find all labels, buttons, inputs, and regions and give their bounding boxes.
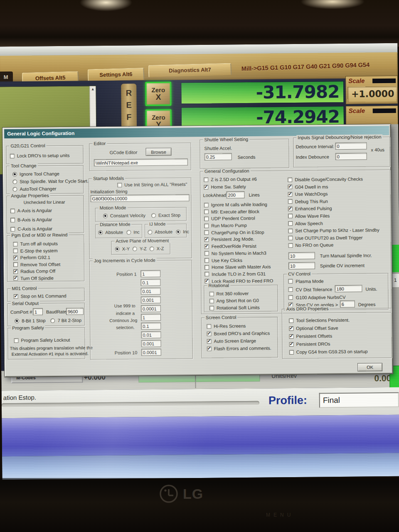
checkbox[interactable] [288,221,293,226]
checkbox[interactable] [204,237,209,242]
checkbox-row[interactable]: Persistent Jog Mode. [204,236,273,242]
radio-row[interactable]: X-Y [115,246,130,251]
checkbox-row[interactable]: Radius Comp Off [13,268,60,274]
radio-row[interactable]: Inc [126,229,140,235]
radio-row[interactable]: Inc [176,229,189,234]
checkbox[interactable] [288,279,293,283]
checkbox-row[interactable]: Persistent DROs [289,340,368,347]
lookahead-input[interactable] [226,191,244,198]
jog-increment-input[interactable] [141,323,161,330]
checkbox-row[interactable]: Stop on M1 Command [14,293,66,299]
checkbox[interactable] [209,291,214,296]
checkbox-row[interactable]: Use WatchDogs [288,190,379,197]
checkbox[interactable] [13,276,18,281]
checkbox[interactable] [14,338,19,342]
checkbox[interactable] [288,236,293,240]
checkbox[interactable] [10,208,15,213]
radio-row[interactable]: Absolute [148,229,172,235]
radio-button[interactable] [12,179,17,184]
checkbox-row[interactable]: Turn Off Spindle [13,275,60,281]
jog-increment-input[interactable] [140,279,160,286]
checkbox[interactable] [289,326,293,331]
checkbox[interactable] [204,258,209,263]
checkbox-row[interactable]: A-Axis is Angular [10,207,52,214]
checkbox[interactable] [117,182,122,187]
radio-row[interactable]: Exact Stop [151,212,180,218]
spindle-incr-input[interactable] [288,252,315,260]
checkbox-row[interactable]: C-Axis is Angular [10,226,52,232]
checkbox-row[interactable]: Home Sw. Safety [204,184,257,190]
checkbox[interactable] [14,294,18,298]
checkbox-row[interactable]: Optional Offset Save [289,325,367,331]
radio-button[interactable] [98,230,103,235]
debounce-interval-input[interactable] [335,142,367,150]
tab-settings[interactable]: Settings Alt6 [88,68,145,81]
checkbox-row[interactable]: Include TLO in Z from G31 [204,271,273,277]
checkbox-row[interactable]: Allow Wave Files [288,212,379,219]
checkbox-row[interactable]: Turn off all outputs [13,241,60,247]
checkbox[interactable] [288,214,293,219]
checkbox[interactable] [204,185,208,189]
radio-row[interactable]: Constant Velocity [103,212,145,219]
checkbox-row[interactable]: Lock DRO's to setup units [10,153,70,159]
checkbox-row[interactable]: M9: Execute after Block [204,208,273,214]
checkbox[interactable] [13,249,18,253]
radio-button[interactable] [51,318,55,323]
checkbox-row[interactable]: No FRO on Queue [288,242,380,249]
scroll-up-icon[interactable]: ▲ [90,86,96,91]
checkbox-row[interactable]: Use Init String on ALL "Resets" [117,181,187,187]
radio-row[interactable]: Y-Z [133,246,147,251]
checkbox-row[interactable]: Hi-Res Screens [207,323,271,329]
checkbox[interactable] [13,269,18,273]
checkbox[interactable] [207,331,211,336]
jog-increment-input[interactable] [140,288,160,295]
radio-row[interactable]: Ignore Tool Change [12,170,89,177]
checkbox-row[interactable]: Copy G54 from G59.253 on startup [289,348,368,355]
checkbox-row[interactable]: Perform G92.1 [13,254,60,261]
checkbox[interactable] [209,305,214,310]
checkbox[interactable] [204,244,209,249]
radio-button[interactable] [148,229,152,234]
checkbox-row[interactable]: Rot 360 rollover [209,291,260,297]
radio-button[interactable] [15,318,19,323]
checkbox[interactable] [204,177,208,182]
checkbox[interactable] [204,202,209,207]
checkbox-row[interactable]: Boxed DRO's and Graphics [207,330,271,337]
checkbox-row[interactable]: B-Axis is Angular [10,217,52,223]
checkbox-row[interactable]: Remove Tool Offset [13,261,60,267]
x-axis-dro[interactable]: -31.7982 [181,81,344,104]
checkbox[interactable] [289,342,294,347]
checkbox-row[interactable]: Ignore M calls while loading [204,201,273,207]
checkbox[interactable] [13,255,18,260]
checkbox-row[interactable]: G04 Dwell in ms [288,183,379,190]
checkbox[interactable] [289,334,293,339]
comport-input[interactable] [33,308,43,315]
checkbox[interactable] [209,298,214,303]
radio-row[interactable]: 7 Bit 2-Stop [51,317,82,323]
jog-increment-input[interactable] [141,296,161,303]
checkbox[interactable] [204,223,209,228]
checkbox-row[interactable]: Set Charge Pump to 5Khz - Laser Stndby [288,227,379,234]
checkbox-row[interactable]: Ang Short Rot on G0 [209,298,260,304]
checkbox-row[interactable]: Use Key Clicks [204,257,273,263]
jog-increment-input[interactable] [141,349,161,356]
checkbox-row[interactable]: Run Macro Pump [204,222,273,229]
tab-diagnostics[interactable]: Diagnostics Alt7 [148,63,232,77]
radio-button[interactable] [151,213,156,217]
checkbox-row[interactable]: Program Safety Lockout [14,337,70,343]
checkbox[interactable] [204,251,209,256]
jog-increment-input[interactable] [141,305,161,312]
checkbox[interactable] [10,217,15,222]
checkbox-row[interactable]: Disable Gouge/Concavity Checks [288,176,379,182]
checkbox-row[interactable]: Z is 2.5D on Output #6 [204,176,257,182]
checkbox[interactable] [288,207,293,211]
radio-button[interactable] [176,229,180,234]
radio-button[interactable] [12,187,17,191]
checkbox[interactable] [288,287,293,292]
checkbox-row[interactable]: Debug This Run [288,198,379,204]
profile-value-field[interactable]: Final [319,392,399,408]
checkbox[interactable] [204,272,209,276]
checkbox-row[interactable]: Tool Selections Persistent. [289,317,367,323]
checkbox[interactable] [288,199,293,204]
init-string-input[interactable] [91,194,190,202]
